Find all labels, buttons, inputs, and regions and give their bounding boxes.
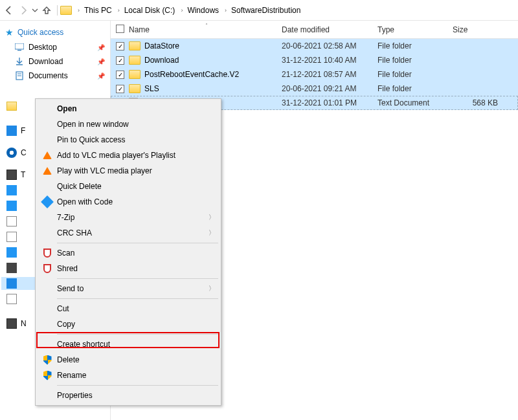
sidebar-item-desktop[interactable]: Desktop 📌 [5, 40, 107, 54]
ctx-vlc-play[interactable]: Play with VLC media player [38, 163, 219, 179]
separator [57, 334, 218, 335]
quick-access-label: Quick access [17, 28, 63, 37]
breadcrumb[interactable]: › This PC › Local Disk (C:) › Windows › … [60, 3, 515, 18]
breadcrumb-item[interactable]: SoftwareDistribution [229, 5, 303, 16]
file-name: SLS [144, 84, 159, 93]
uac-shield-icon [41, 370, 53, 381]
column-header-type[interactable]: Type [377, 25, 453, 34]
file-name: Download [144, 56, 179, 65]
forward-button[interactable] [17, 4, 30, 17]
breadcrumb-item[interactable]: Windows [185, 5, 221, 16]
select-all-checkbox[interactable] [116, 25, 129, 35]
sidebar-item-label: Documents [28, 71, 68, 80]
file-type: File folder [377, 56, 453, 65]
file-name: DataStore [144, 41, 179, 50]
folder-icon [129, 56, 141, 65]
row-checkbox[interactable]: ✓ [116, 56, 124, 65]
file-date: 20-06-2021 02:58 AM [282, 41, 377, 50]
folder-icon [60, 6, 72, 15]
ctx-open-new-window[interactable]: Open in new window [38, 116, 219, 132]
file-date: 21-12-2021 08:57 AM [282, 70, 377, 79]
svg-rect-1 [17, 50, 21, 50]
ctx-create-shortcut[interactable]: Create shortcut [38, 337, 219, 352]
file-size: 568 KB [453, 98, 498, 107]
vlc-icon [41, 165, 53, 177]
ctx-pin-quick-access[interactable]: Pin to Quick access [38, 132, 219, 148]
chevron-right-icon: 〉 [208, 284, 215, 293]
separator [57, 385, 218, 386]
back-button[interactable] [3, 4, 16, 17]
folder-icon [129, 41, 141, 50]
row-checkbox[interactable]: ✓ [116, 85, 124, 93]
sort-ascending-icon: ˄ [205, 23, 208, 28]
uac-shield-icon [41, 354, 53, 366]
row-checkbox[interactable]: ✓ [116, 71, 124, 79]
ctx-quick-delete[interactable]: Quick Delete [38, 179, 219, 194]
ctx-delete[interactable]: Delete [38, 352, 219, 368]
vscode-icon [41, 196, 53, 208]
pin-icon: 📌 [97, 58, 105, 65]
file-type: File folder [377, 84, 453, 93]
chevron-right-icon: › [225, 7, 227, 14]
ctx-cut[interactable]: Cut [38, 301, 219, 316]
file-date: 31-12-2021 01:01 PM [282, 98, 377, 107]
file-row[interactable]: ✓ PostRebootEventCache.V2 21-12-2021 08:… [111, 67, 518, 82]
file-date: 20-06-2021 09:21 AM [282, 84, 377, 93]
separator [57, 243, 218, 243]
separator [57, 5, 58, 16]
column-header-size[interactable]: Size [453, 25, 518, 34]
ctx-open[interactable]: Open [38, 101, 219, 116]
file-row[interactable]: ✓ SLS 20-06-2021 09:21 AM File folder [111, 82, 518, 96]
ctx-shred[interactable]: Shred [38, 261, 219, 276]
ctx-copy[interactable]: Copy [38, 316, 219, 332]
ctx-rename[interactable]: Rename [38, 368, 219, 383]
up-button[interactable] [40, 4, 53, 17]
folder-icon [129, 70, 141, 79]
column-header-row: Name ˄ Date modified Type Size [111, 21, 518, 39]
star-icon: ★ [5, 27, 14, 38]
context-menu: Open Open in new window Pin to Quick acc… [35, 98, 221, 406]
mcafee-icon [41, 263, 53, 274]
sidebar-item-download[interactable]: Download 📌 [5, 54, 107, 69]
vlc-icon [41, 149, 53, 161]
sidebar-item-documents[interactable]: Documents 📌 [5, 69, 107, 83]
download-icon [14, 57, 25, 66]
chevron-right-icon: › [118, 7, 120, 14]
pin-icon: 📌 [97, 72, 105, 80]
pin-icon: 📌 [97, 44, 105, 51]
ctx-properties[interactable]: Properties [38, 388, 219, 403]
ctx-crc-sha[interactable]: CRC SHA〉 [38, 225, 219, 241]
file-row[interactable]: ✓ Download 31-12-2021 10:40 AM File fold… [111, 53, 518, 67]
row-checkbox[interactable]: ✓ [116, 42, 124, 50]
column-header-name[interactable]: Name ˄ [129, 25, 282, 34]
file-type: Text Document [377, 98, 453, 107]
breadcrumb-item[interactable]: Local Disk (C:) [122, 5, 178, 16]
file-type: File folder [377, 41, 453, 50]
file-type: File folder [377, 70, 453, 79]
chevron-right-icon: 〉 [208, 213, 215, 222]
file-name: PostRebootEventCache.V2 [144, 70, 239, 79]
chevron-right-icon: › [181, 7, 183, 14]
chevron-right-icon: › [78, 7, 80, 14]
breadcrumb-item[interactable]: This PC [82, 5, 115, 16]
quick-access-header[interactable]: ★ Quick access [5, 27, 107, 38]
ctx-send-to[interactable]: Send to〉 [38, 281, 219, 296]
ctx-scan[interactable]: Scan [38, 245, 219, 261]
desktop-icon [14, 43, 25, 51]
address-bar: › This PC › Local Disk (C:) › Windows › … [0, 0, 518, 21]
ctx-7zip[interactable]: 7-Zip〉 [38, 210, 219, 225]
separator [57, 298, 218, 299]
mcafee-icon [41, 247, 53, 259]
chevron-right-icon: 〉 [208, 228, 215, 238]
separator [57, 278, 218, 279]
ctx-vlc-add[interactable]: Add to VLC media player's Playlist [38, 148, 219, 163]
recent-locations-dropdown[interactable] [31, 4, 39, 17]
documents-icon [14, 71, 25, 80]
ctx-open-with-code[interactable]: Open with Code [38, 194, 219, 210]
file-row[interactable]: ✓ DataStore 20-06-2021 02:58 AM File fol… [111, 39, 518, 53]
column-header-date[interactable]: Date modified [282, 25, 377, 34]
svg-rect-0 [15, 43, 24, 49]
sidebar-item-label: Desktop [28, 43, 57, 52]
sidebar-item-label: Download [28, 57, 63, 66]
file-date: 31-12-2021 10:40 AM [282, 56, 377, 65]
